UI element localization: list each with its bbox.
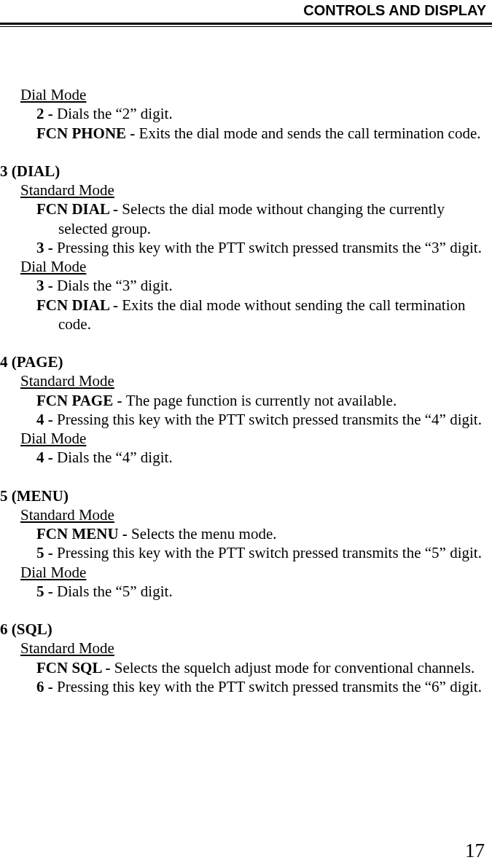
key-heading: 4 (PAGE) bbox=[0, 352, 486, 371]
page-number: 17 bbox=[465, 839, 485, 864]
mode-label-standard: Standard Mode bbox=[20, 371, 486, 390]
entry-line: FCN SQL - Selects the squelch adjust mod… bbox=[36, 658, 486, 677]
entry-text: Dials the “2” digit. bbox=[57, 105, 173, 122]
entry-text: Pressing this key with the PTT switch pr… bbox=[57, 239, 482, 256]
entry-line: 6 - Pressing this key with the PTT switc… bbox=[36, 677, 486, 696]
entry-line: 2 - Dials the “2” digit. bbox=[36, 104, 486, 123]
entry-key: 2 - bbox=[36, 105, 57, 122]
entry-key: FCN PHONE - bbox=[36, 125, 139, 142]
entry-line: FCN DIAL - Selects the dial mode without… bbox=[36, 200, 486, 238]
key-heading: 6 (SQL) bbox=[0, 620, 486, 639]
entry-key: 4 - bbox=[36, 411, 57, 428]
mode-label-standard: Standard Mode bbox=[20, 181, 486, 200]
header-title: CONTROLS AND DISPLAY bbox=[0, 0, 492, 23]
mode-label-dial: Dial Mode bbox=[20, 563, 486, 582]
entry-key: 4 - bbox=[36, 449, 57, 466]
entry-line: 4 - Dials the “4” digit. bbox=[36, 448, 486, 467]
key-heading: 5 (MENU) bbox=[0, 486, 486, 505]
mode-label-standard: Standard Mode bbox=[20, 505, 486, 524]
entry-text: The page function is currently not avail… bbox=[126, 392, 397, 409]
key-heading: 3 (DIAL) bbox=[0, 162, 486, 181]
entry-line: FCN DIAL - Exits the dial mode without s… bbox=[36, 296, 486, 334]
entry-key: 3 - bbox=[36, 239, 57, 256]
entry-text: Pressing this key with the PTT switch pr… bbox=[57, 544, 482, 561]
entry-line: FCN MENU - Selects the menu mode. bbox=[36, 524, 486, 543]
entry-key: FCN MENU - bbox=[36, 525, 131, 542]
entry-line: 5 - Pressing this key with the PTT switc… bbox=[36, 543, 486, 562]
header-rule-thick bbox=[0, 23, 492, 25]
entry-text: Dials the “5” digit. bbox=[57, 583, 173, 600]
entry-line: 3 - Dials the “3” digit. bbox=[36, 276, 486, 295]
entry-key: 3 - bbox=[36, 277, 57, 294]
mode-label-dial: Dial Mode bbox=[20, 85, 486, 104]
entry-key: FCN DIAL - bbox=[36, 296, 122, 314]
entry-line: FCN PHONE - Exits the dial mode and send… bbox=[36, 124, 486, 143]
entry-key: 5 - bbox=[36, 544, 57, 561]
mode-label-dial: Dial Mode bbox=[20, 429, 486, 448]
entry-key: FCN DIAL - bbox=[36, 200, 122, 218]
entry-key: 5 - bbox=[36, 583, 57, 600]
entry-key: FCN PAGE - bbox=[36, 392, 126, 409]
entry-text: Selects the squelch adjust mode for conv… bbox=[114, 659, 475, 676]
entry-line: 3 - Pressing this key with the PTT switc… bbox=[36, 238, 486, 257]
mode-label-dial: Dial Mode bbox=[20, 257, 486, 276]
entry-text: Dials the “4” digit. bbox=[57, 449, 173, 466]
entry-line: 4 - Pressing this key with the PTT switc… bbox=[36, 410, 486, 429]
mode-label-standard: Standard Mode bbox=[20, 639, 486, 658]
entry-text: Exits the dial mode and sends the call t… bbox=[139, 125, 481, 142]
entry-text: Dials the “3” digit. bbox=[57, 277, 173, 294]
entry-text: Pressing this key with the PTT switch pr… bbox=[57, 411, 482, 428]
entry-line: FCN PAGE - The page function is currentl… bbox=[36, 391, 486, 410]
entry-text: Pressing this key with the PTT switch pr… bbox=[57, 678, 482, 695]
entry-key: 6 - bbox=[36, 678, 57, 695]
entry-line: 5 - Dials the “5” digit. bbox=[36, 582, 486, 601]
page-body: Dial Mode 2 - Dials the “2” digit. FCN P… bbox=[0, 27, 492, 696]
entry-text: Selects the menu mode. bbox=[131, 525, 276, 542]
entry-key: FCN SQL - bbox=[36, 659, 114, 676]
